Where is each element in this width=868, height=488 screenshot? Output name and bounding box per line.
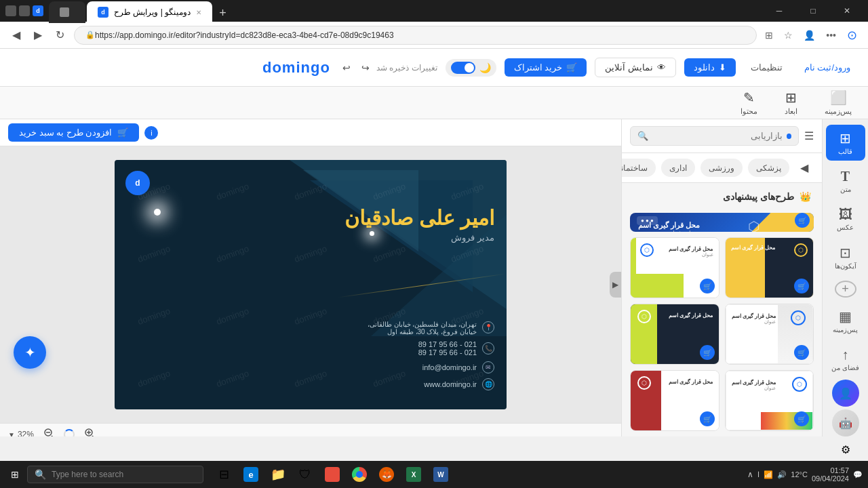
chevron-down-icon: ▼ [8,431,15,437]
taskbar-app-word[interactable]: W [429,462,453,487]
logo-text: domingo [262,59,330,77]
ai-avatar[interactable]: 🤖 [832,409,859,436]
template-card-4[interactable]: محل قرار گیری اسم عنوان ⬡ 🛒 [725,304,814,365]
address-text: تهران، میدان فلسطین، خیابان طالقانی، خیا… [368,321,477,336]
taskbar-app-store[interactable]: 🛡 [293,462,317,487]
settings-btn[interactable]: تنظیمات [744,58,789,77]
address-input-container[interactable]: 🔒 https://app.domingo.ir/editor?industry… [74,26,757,45]
maximize-btn[interactable]: □ [797,0,829,22]
design-canvas[interactable]: domingo domingo domingo domingo domingo … [115,160,507,409]
taskbar-app-excel[interactable]: X [401,462,426,487]
content-icon: ✎ [743,89,755,106]
download-btn[interactable]: ⬇ دانلود [684,58,736,77]
refresh-btn[interactable]: ↻ [52,26,68,44]
taskbar-search-box[interactable]: 🔍 Type here to search [27,466,203,483]
taskbar-app-firefox[interactable]: 🦊 [374,462,399,487]
template-card-1[interactable]: محل قرار گیری اسم عنوان ⬡ 🛒 [630,237,719,298]
app-logo: domingo [262,59,330,77]
redo-btn[interactable]: ↪ [357,60,374,76]
zoom-level[interactable]: ▼ 32% [8,430,34,436]
inactive-tab[interactable] [49,1,85,23]
canvas-container[interactable]: domingo domingo domingo domingo domingo … [0,146,621,423]
buy-share-btn[interactable]: 🛒 خرید اشتراک [505,58,587,77]
photo-icon: 🖼 [839,207,852,222]
user-avatar[interactable]: 👤 [832,380,859,407]
network-icon: 📶 [764,470,773,479]
sidebar-item-myspace[interactable]: ↑ فضای من [826,342,865,377]
scroll-arrow[interactable]: ▶ [610,272,621,298]
taskbar-search-text: Type here to search [52,470,123,479]
toolbar-item-dimensions[interactable]: ⊞ ابعاد [779,87,803,119]
tab-close-btn[interactable]: ✕ [196,9,201,16]
category-construction[interactable]: ساختمانی [622,159,656,177]
extensions-btn[interactable]: ⊞ [762,27,776,43]
search-box[interactable]: 🔍 [630,126,799,146]
zoom-out-btn[interactable] [39,426,58,436]
sidebar-item-text[interactable]: T متن [826,163,865,199]
active-tab[interactable]: d دومینگو | ویرایش طرح ✕ [87,1,212,23]
forward-btn[interactable]: ▶ [30,26,46,44]
add-to-cart-btn[interactable]: 🛒 افزودن طرح به سبد خرید [8,123,139,142]
taskbar-app-folder[interactable]: 📁 [266,462,290,487]
template-featured-bg: محل قرار گیری اسم عنوان شغلی ● ● ● ⬡ [630,213,814,232]
template-row-2: محل قرار گیری اسم ⬡ 🛒 محل قرار گیری اسم … [630,304,814,365]
settings-gear[interactable]: ⚙ [835,439,856,460]
start-btn[interactable]: ⊞ [5,466,24,483]
svg-line-1 [52,436,54,436]
toolbar-item-background[interactable]: ⬜ پس‌زمینه [819,87,857,119]
moon-icon: 🌙 [479,62,491,73]
sidebar-item-bg[interactable]: ▦ پس‌زمینه [826,303,865,339]
minimize-btn[interactable]: ─ [764,0,795,22]
profile-btn[interactable]: 👤 [801,27,818,43]
star-btn[interactable]: ☆ [781,27,795,43]
template-card-6[interactable]: محل قرار گیری اسم عنوان ⬡ 🛒 [725,370,814,431]
zoom-in-btn[interactable] [80,426,99,436]
new-tab-btn[interactable]: + [214,3,232,23]
toolbar-item-content[interactable]: ✎ محتوا [735,87,763,119]
category-admin[interactable]: اداری [661,159,695,177]
login-btn[interactable]: ورود/ثبت نام [797,58,857,77]
search-input[interactable] [652,131,783,141]
glow-point-1 [154,209,161,216]
category-sports[interactable]: ورزشی [701,159,743,177]
template-icon: ⊞ [840,130,851,146]
fab-btn[interactable]: ✦ [14,336,46,369]
categories-back-btn[interactable]: ◀ [795,159,814,177]
toggle-switch[interactable] [451,62,475,74]
sidebar-item-template[interactable]: ⊞ قالب [826,125,865,161]
sidebar-item-icons[interactable]: ⊡ آیکون‌ها [826,239,865,275]
template-buy-icon-2[interactable]: 🛒 [794,279,809,293]
category-medical[interactable]: پزشکی [748,159,789,177]
address-text: https://app.domingo.ir/editor?industryId… [95,30,394,40]
undo-btn[interactable]: ↩ [338,60,355,76]
filter-btn[interactable]: ☰ [804,129,814,142]
template-featured[interactable]: محل قرار گیری اسم عنوان شغلی ● ● ● ⬡ 🛒 [630,213,814,232]
template-buy-icon[interactable]: 🛒 [795,213,810,228]
phone-icon: 📞 [482,342,494,354]
preview-btn[interactable]: 👁 نمایش آنلاین [595,58,676,77]
taskbar-app-task-view[interactable]: ⊟ [212,462,236,487]
svg-line-4 [92,436,94,436]
menu-btn[interactable]: ••• [823,27,839,43]
template-buy-icon-3[interactable]: 🛒 [700,345,715,360]
template-buy-icon-1[interactable]: 🛒 [700,279,715,293]
chrome-icon [352,467,367,482]
template-card-2[interactable]: محل قرار گیری اسم ⬡ 🛒 [725,237,814,298]
taskbar-app-chrome[interactable] [347,462,372,487]
sidebar-add-btn[interactable]: + [835,281,856,298]
notification-icon[interactable]: 💬 [853,470,863,479]
template-card-3[interactable]: محل قرار گیری اسم ⬡ 🛒 [630,304,719,365]
edge-sidebar-btn[interactable]: ⊙ [844,25,860,45]
background-icon: ⬜ [830,89,847,106]
template-buy-icon-4[interactable]: 🛒 [794,345,809,360]
dark-mode-toggle[interactable]: 🌙 [446,59,496,77]
taskbar-app-edge[interactable]: e [239,462,263,487]
template-buy-icon-6[interactable]: 🛒 [794,411,809,426]
back-btn[interactable]: ◀ [8,26,24,44]
info-icon: i [144,126,158,140]
close-btn[interactable]: ✕ [831,0,863,22]
template-card-5[interactable]: محل قرار گیری اسم ⬡ 🛒 [630,370,719,431]
taskbar-app-red[interactable] [320,462,344,487]
sidebar-item-photo[interactable]: 🖼 عکس [826,201,865,237]
template-buy-icon-5[interactable]: 🛒 [700,411,715,426]
